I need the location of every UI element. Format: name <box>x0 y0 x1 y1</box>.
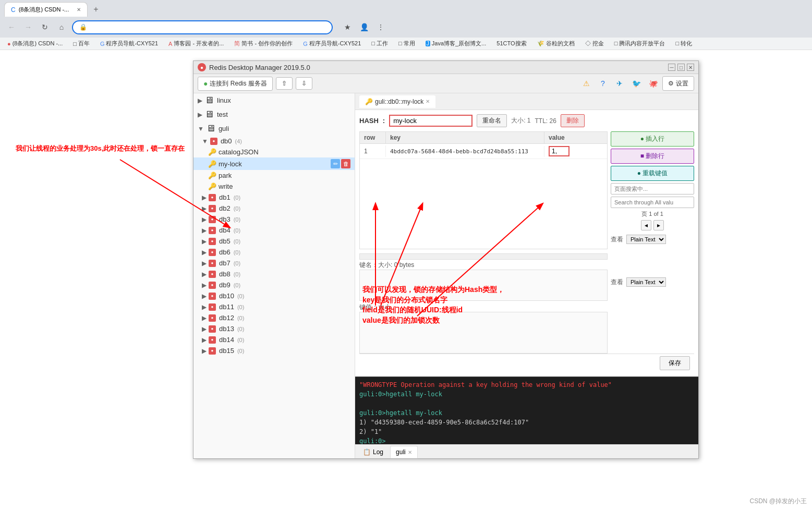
telegram-icon-btn[interactable]: ✈ <box>612 76 627 91</box>
prev-page-btn[interactable]: ◂ <box>641 220 651 230</box>
sidebar-item-db5[interactable]: ▶ ● db5 (0) <box>193 236 355 247</box>
sidebar-item-guli[interactable]: ▼ 🖥 guli <box>193 121 355 136</box>
save-btn[interactable]: 保存 <box>660 356 690 370</box>
sidebar-item-write[interactable]: 🔑 write <box>193 181 355 192</box>
rdm-sidebar[interactable]: ▶ 🖥 linux ▶ 🖥 test ▼ 🖥 guli <box>193 93 355 458</box>
rdm-console[interactable]: "WRONGTYPE Operation against a key holdi… <box>355 376 698 444</box>
rdm-titlebar[interactable]: ● Redis Desktop Manager 2019.5.0 ─ □ ✕ <box>193 61 698 74</box>
sidebar-item-db15[interactable]: ▶ ● db15 (0) <box>193 345 355 356</box>
reload-btn[interactable]: ● 重载键值 <box>611 166 694 181</box>
sidebar-item-db11[interactable]: ▶ ● db11 (0) <box>193 301 355 312</box>
address-input[interactable]: localhost:10001/hello <box>90 23 325 31</box>
bookmark-bainain[interactable]: □百年 <box>70 39 93 48</box>
browser-icons: ★ 👤 ⋮ <box>340 20 388 34</box>
cell-key[interactable]: 4bddc07a-5684-48d4-bebb-bcd7d24b8a55:113 <box>386 146 544 157</box>
hash-table: row key value 1 4bddc07a-5684-48d4-bebb-… <box>359 131 608 249</box>
home-btn[interactable]: ⌂ <box>54 20 69 34</box>
sidebar-item-db14[interactable]: ▶ ● db14 (0) <box>193 334 355 345</box>
horizontal-scrollbar[interactable] <box>359 253 608 260</box>
close-btn[interactable]: ✕ <box>687 64 694 71</box>
warning-icon-btn[interactable]: ⚠ <box>579 76 593 91</box>
value-input[interactable] <box>549 146 569 156</box>
sidebar-item-db12[interactable]: ▶ ● db12 (0) <box>193 312 355 323</box>
sidebar-item-db4[interactable]: ▶ ● db4 (0) <box>193 225 355 236</box>
bookmark-common[interactable]: □ 常用 <box>395 39 418 48</box>
import-btn[interactable]: ⇧ <box>276 77 293 90</box>
table-row[interactable]: 1 4bddc07a-5684-48d4-bebb-bcd7d24b8a55:1… <box>360 144 607 159</box>
key-name-textarea[interactable] <box>359 270 608 301</box>
sidebar-item-catalogjson[interactable]: 🔑 catalogJSON <box>193 147 355 157</box>
rename-btn[interactable]: 重命名 <box>477 114 507 127</box>
bottom-tab-close[interactable]: ✕ <box>408 449 412 455</box>
github-icon-btn[interactable]: 🐙 <box>646 76 660 91</box>
key-type-label: HASH <box>359 117 379 125</box>
key-name-input[interactable] <box>389 115 472 127</box>
bookmark-convert[interactable]: □ 转化 <box>672 39 695 48</box>
page-info: 页 1 of 1 <box>611 210 694 218</box>
search-all-input[interactable] <box>611 197 694 208</box>
sidebar-item-db8[interactable]: ▶ ● db8 (0) <box>193 269 355 279</box>
bookmark-work[interactable]: □ 工作 <box>368 39 391 48</box>
user-btn[interactable]: 👤 <box>357 20 371 34</box>
save-row: 保存 <box>359 354 694 372</box>
export-btn[interactable]: ⇩ <box>296 77 312 90</box>
new-tab-btn[interactable]: + <box>89 2 103 17</box>
sidebar-item-db9[interactable]: ▶ ● db9 (0) <box>193 279 355 290</box>
rdm-bottom-tabs: 📋 Log guli ✕ <box>355 444 698 458</box>
sidebar-item-park[interactable]: 🔑 park <box>193 170 355 181</box>
bookmark-51cto[interactable]: 51CTO搜索 <box>493 39 529 48</box>
delete-key-btn[interactable]: 🗑 <box>341 159 350 168</box>
sidebar-item-db2[interactable]: ▶ ● db2 (0) <box>193 203 355 214</box>
page-search-input[interactable] <box>611 183 694 194</box>
bookmark-bokeyuan[interactable]: A 博客园 - 开发者的... <box>165 39 227 48</box>
sidebar-item-db6[interactable]: ▶ ● db6 (0) <box>193 247 355 258</box>
address-bar[interactable]: 🔒 localhost:10001/hello <box>72 20 333 34</box>
bookmark-jianshu[interactable]: 简 简书 - 创作你的创作 <box>231 39 296 48</box>
content-tab-my-lock[interactable]: 🔑 guli::db0::my-lock ✕ <box>359 95 435 108</box>
bottom-tab-guli[interactable]: guli ✕ <box>390 446 418 458</box>
key-value-textarea[interactable] <box>359 312 608 354</box>
maximize-btn[interactable]: □ <box>677 64 685 71</box>
view-format-select[interactable]: Plain Text <box>626 235 666 244</box>
sidebar-item-my-lock[interactable]: 🔑 my-lock ✏ 🗑 <box>193 157 355 170</box>
forward-btn[interactable]: → <box>21 20 35 34</box>
bookmark-csdn[interactable]: ● (8条消息) CSDN -... <box>4 39 66 48</box>
sidebar-item-db10[interactable]: ▶ ● db10 (0) <box>193 290 355 301</box>
view-format-select-val[interactable]: Plain Text <box>626 277 666 287</box>
browser-tab-active[interactable]: C (8条消息) CSDN -... ✕ <box>4 2 88 17</box>
bookmark-g2[interactable]: G 程序员导航-CXY521 <box>300 39 364 48</box>
cell-value[interactable] <box>544 144 607 159</box>
bookmark-guli[interactable]: 🌾 谷粒的文档 <box>534 39 578 48</box>
sidebar-item-db0[interactable]: ▼ ● db0 (4) <box>193 136 355 147</box>
help-icon-btn[interactable]: ? <box>596 76 610 91</box>
edit-key-btn[interactable]: ✏ <box>331 159 340 168</box>
back-btn[interactable]: ← <box>4 20 19 34</box>
menu-btn[interactable]: ⋮ <box>373 20 388 34</box>
rdm-main: ▶ 🖥 linux ▶ 🖥 test ▼ 🖥 guli <box>193 93 698 458</box>
insert-row-btn[interactable]: ● 插入行 <box>611 131 694 147</box>
sidebar-item-test[interactable]: ▶ 🖥 test <box>193 107 355 121</box>
tab-close-icon[interactable]: ✕ <box>426 99 430 104</box>
refresh-btn[interactable]: ↻ <box>38 20 52 34</box>
bookmark-tencent[interactable]: □ 腾讯内容开放平台 <box>611 39 669 48</box>
connect-btn[interactable]: ● 连接到 Redis 服务器 <box>198 77 273 91</box>
tab-close-btn[interactable]: ✕ <box>77 7 81 13</box>
delete-btn[interactable]: 删除 <box>561 114 585 127</box>
settings-btn[interactable]: ⚙ 设置 <box>662 76 694 91</box>
sidebar-item-db7[interactable]: ▶ ● db7 (0) <box>193 258 355 269</box>
delete-row-btn[interactable]: ■ 删除行 <box>611 149 694 164</box>
next-page-btn[interactable]: ▸ <box>653 220 664 230</box>
bottom-tab-log[interactable]: 📋 Log <box>357 446 389 458</box>
bookmark-g1[interactable]: G 程序员导航-CXY521 <box>97 39 161 48</box>
twitter-icon-btn[interactable]: 🐦 <box>629 76 644 91</box>
bookmark-star-btn[interactable]: ★ <box>340 20 355 34</box>
sidebar-item-linux[interactable]: ▶ 🖥 linux <box>193 93 355 107</box>
bookmark-mine[interactable]: ◇ 挖金 <box>582 39 607 48</box>
sidebar-item-db3[interactable]: ▶ ● db3 (0) <box>193 214 355 225</box>
sidebar-item-db13[interactable]: ▶ ● db13 (0) <box>193 323 355 334</box>
browser-toolbar: ← → ↻ ⌂ 🔒 localhost:10001/hello ★ 👤 ⋮ <box>0 17 812 38</box>
col-row-header: row <box>360 132 386 143</box>
sidebar-item-db1[interactable]: ▶ ● db1 (0) <box>193 192 355 203</box>
bookmark-java[interactable]: J Java博客_原创博文... <box>422 39 490 48</box>
minimize-btn[interactable]: ─ <box>668 64 675 71</box>
